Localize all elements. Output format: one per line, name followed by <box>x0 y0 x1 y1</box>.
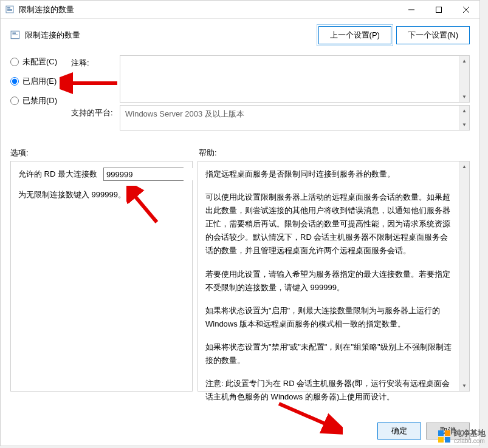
help-p2: 可以使用此设置限制服务器上活动的远程桌面服务会话的数量。如果超出此数量，则尝试连… <box>205 191 453 257</box>
window-title: 限制连接的数量 <box>19 4 397 15</box>
svg-rect-1 <box>7 7 10 8</box>
watermark-url: czlabd.com <box>454 438 486 444</box>
policy-dialog: 限制连接的数量 限制连接的数量 上一个设置(P) 下一个设置(N) <box>0 0 480 446</box>
svg-rect-15 <box>445 430 450 436</box>
help-p5: 如果将状态设置为"禁用"或"未配置"，则在"组策略"级别上不强制限制连接的数量。 <box>205 341 453 367</box>
help-p4: 如果将状态设置为"启用"，则最大连接数量限制为与服务器上运行的 Windows … <box>205 304 453 331</box>
policy-icon <box>5 5 15 15</box>
scroll-up-icon[interactable]: ▲ <box>459 161 469 172</box>
comment-label: 注释: <box>71 55 120 103</box>
radio-label: 已启用(E) <box>22 76 57 87</box>
svg-rect-9 <box>12 33 16 34</box>
scroll-up-icon[interactable]: ▲ <box>459 106 469 116</box>
policy-icon <box>10 30 21 41</box>
scroll-down-icon[interactable]: ▼ <box>459 120 469 130</box>
maximize-button[interactable] <box>425 1 452 18</box>
radio-label: 未配置(C) <box>22 56 57 67</box>
watermark: 纯净基地 czlabd.com <box>437 429 486 444</box>
scrollbar[interactable]: ▲ ▼ <box>459 106 469 130</box>
svg-rect-10 <box>12 35 18 35</box>
content-area: 限制连接的数量 上一个设置(P) 下一个设置(N) 未配置(C) 已启用(E) … <box>1 19 479 399</box>
max-conn-stepper: ▲ ▼ <box>103 168 184 181</box>
supported-box: Windows Server 2003 及以上版本 ▲ ▼ <box>120 105 470 131</box>
options-hint: 为无限制连接数键入 999999。 <box>18 189 185 200</box>
watermark-logo-icon <box>437 429 452 444</box>
radio-column: 未配置(C) 已启用(E) 已禁用(D) <box>10 55 71 115</box>
options-header: 选项: <box>10 148 199 158</box>
scroll-up-icon[interactable]: ▲ <box>459 56 469 66</box>
svg-rect-17 <box>445 437 450 443</box>
help-p3: 若要使用此设置，请输入希望为服务器指定的最大连接数量。若要指定不受限制的连接数量… <box>205 268 453 294</box>
options-panel: 允许的 RD 最大连接数 ▲ ▼ 为无限制连接数键入 999999。 <box>10 161 193 392</box>
help-header: 帮助: <box>199 148 217 158</box>
comment-textarea[interactable] <box>120 56 459 102</box>
supported-label: 支持的平台: <box>71 105 120 131</box>
supported-row: 支持的平台: Windows Server 2003 及以上版本 ▲ ▼ <box>71 105 470 131</box>
help-panel: 指定远程桌面服务是否限制同时连接到服务器的数量。 可以使用此设置限制服务器上活动… <box>198 161 470 392</box>
radio-input-enabled[interactable] <box>10 77 19 86</box>
ok-button[interactable]: 确定 <box>377 423 421 440</box>
help-text: 指定远程桌面服务是否限制同时连接到服务器的数量。 可以使用此设置限制服务器上活动… <box>205 168 462 404</box>
page-title: 限制连接的数量 <box>25 30 314 41</box>
header-row: 限制连接的数量 上一个设置(P) 下一个设置(N) <box>10 26 470 44</box>
window-controls <box>397 1 479 18</box>
scroll-down-icon[interactable]: ▼ <box>459 381 469 391</box>
watermark-name: 纯净基地 <box>454 429 486 438</box>
comment-box: ▲ ▼ <box>120 55 470 103</box>
section-headers: 选项: 帮助: <box>10 148 470 158</box>
svg-rect-3 <box>7 10 12 11</box>
svg-rect-5 <box>436 7 441 12</box>
status-row: 未配置(C) 已启用(E) 已禁用(D) 注释: ▲ <box>10 55 470 133</box>
scrollbar[interactable]: ▲ ▼ <box>459 56 469 102</box>
minimize-button[interactable] <box>397 1 425 18</box>
radio-label: 已禁用(D) <box>22 95 57 106</box>
titlebar: 限制连接的数量 <box>1 1 479 19</box>
scroll-down-icon[interactable]: ▼ <box>459 92 469 102</box>
next-setting-button[interactable]: 下一个设置(N) <box>396 26 470 44</box>
panels: 允许的 RD 最大连接数 ▲ ▼ 为无限制连接数键入 999999。 指定远程桌… <box>10 161 470 392</box>
radio-not-configured[interactable]: 未配置(C) <box>10 56 71 67</box>
help-p1: 指定远程桌面服务是否限制同时连接到服务器的数量。 <box>205 168 453 181</box>
radio-input-disabled[interactable] <box>10 97 19 105</box>
previous-setting-button[interactable]: 上一个设置(P) <box>318 26 391 44</box>
max-conn-input[interactable] <box>104 168 211 180</box>
radio-input-not-configured[interactable] <box>10 58 19 66</box>
svg-rect-16 <box>438 437 444 443</box>
radio-enabled[interactable]: 已启用(E) <box>10 76 71 87</box>
scrollbar[interactable]: ▲ ▼ <box>459 161 469 391</box>
svg-rect-14 <box>438 430 444 436</box>
details-column: 注释: ▲ ▼ 支持的平台: Windows Server 2003 及以上版本 <box>71 55 470 133</box>
close-button[interactable] <box>452 1 479 18</box>
supported-value: Windows Server 2003 及以上版本 <box>125 109 244 118</box>
radio-disabled[interactable]: 已禁用(D) <box>10 95 71 106</box>
svg-rect-2 <box>7 9 12 10</box>
max-conn-row: 允许的 RD 最大连接数 ▲ ▼ <box>18 168 185 181</box>
max-conn-label: 允许的 RD 最大连接数 <box>18 169 97 180</box>
help-p6: 注意: 此设置专门为在 RD 会话主机服务器(即，运行安装有远程桌面会话主机角色… <box>205 377 453 404</box>
comment-row: 注释: ▲ ▼ <box>71 55 470 103</box>
